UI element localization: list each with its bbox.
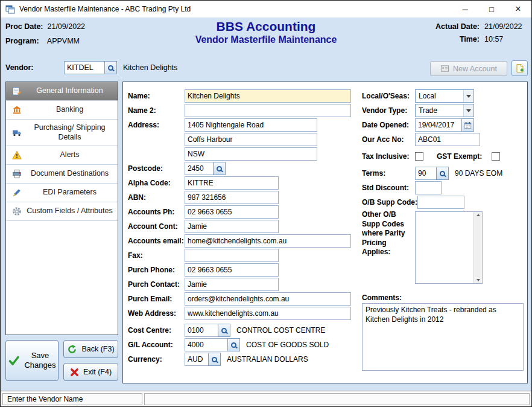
status-text: Enter the Vendor Name (7, 395, 83, 403)
sidebar: General Information Banking Purchasing/ … (5, 82, 118, 335)
local-oseas-select[interactable]: Local (415, 89, 474, 103)
terms-row: Terms: 90 DAYS EOM (362, 167, 502, 180)
app-window: Vendor Masterfile Maintenance - ABC Trad… (0, 0, 532, 407)
std-discount-input[interactable] (415, 181, 442, 194)
purch-contact-input[interactable] (185, 278, 279, 291)
search-icon (217, 166, 222, 171)
close-button[interactable]: × (505, 1, 531, 18)
scroll-up-icon[interactable] (477, 214, 480, 216)
sidebar-item-general-information[interactable]: General Information (6, 82, 118, 101)
program-row: Program: APPVMM (5, 37, 80, 45)
cost-centre-description: CONTROL COST CENTRE (236, 326, 325, 335)
new-record-button[interactable] (511, 60, 528, 76)
new-account-button[interactable]: New Account (430, 61, 507, 76)
header-right: Actual Date: 21/09/2022 Time: 10:57 (435, 22, 527, 43)
vendor-label: Vendor: (5, 63, 34, 72)
gl-account-input[interactable] (185, 338, 228, 351)
terms-lookup-button[interactable] (436, 167, 449, 180)
actual-date-value: 21/09/2022 (484, 22, 527, 31)
program-label: Program: (5, 37, 45, 45)
address3-row (128, 147, 317, 161)
proc-date-value: 21/09/2022 (47, 22, 85, 31)
web-address-row: Web Address: (128, 307, 351, 320)
gst-exempt-checkbox[interactable] (492, 152, 500, 161)
postcode-lookup-button[interactable] (213, 162, 226, 175)
sidebar-item-alerts[interactable]: Alerts (6, 146, 118, 165)
time-value: 10:57 (484, 35, 527, 43)
our-acc-no-input[interactable] (415, 133, 480, 146)
currency-lookup-button[interactable] (208, 353, 221, 366)
back-button[interactable]: Back (F3) (63, 340, 118, 358)
gl-account-lookup-button[interactable] (227, 338, 240, 351)
name2-input[interactable] (185, 104, 351, 117)
address-line3-input[interactable] (185, 147, 317, 161)
sidebar-item-label: Custom Fields / Attributes (24, 207, 115, 216)
ob-supp-code-row: O/B Supp Code: (362, 196, 464, 209)
program-value: APPVMM (47, 37, 80, 45)
accounts-email-row: Accounts email: (128, 234, 351, 248)
address-line2-input[interactable] (185, 133, 317, 146)
sidebar-item-label: General Information (24, 86, 115, 96)
sidebar-item-purchasing-shipping[interactable]: Purchasing/ Shipping Details (6, 120, 118, 146)
postcode-input[interactable] (185, 162, 214, 175)
address2-row (128, 133, 317, 146)
alpha-code-input[interactable] (185, 176, 279, 190)
sidebar-item-banking[interactable]: Banking (6, 101, 118, 120)
name2-row: Name 2: (128, 104, 351, 117)
cost-centre-lookup-button[interactable] (218, 324, 230, 337)
accounts-email-label: Accounts email: (128, 237, 185, 245)
vendor-code-input[interactable] (64, 61, 105, 74)
abn-label: ABN: (128, 193, 185, 202)
purch-email-row: Purch Email: (128, 292, 351, 306)
sidebar-item-edi-parameters[interactable]: EDI Parameters (6, 184, 118, 202)
fax-input[interactable] (185, 249, 279, 262)
exit-x-icon (70, 368, 79, 377)
accounts-ph-row: Accounts Ph: (128, 205, 279, 219)
time-label: Time: (435, 35, 480, 43)
vendor-type-row: Vendor Type: Trade (362, 104, 474, 117)
tax-inclusive-checkbox[interactable] (415, 152, 423, 161)
cost-centre-label: Cost Centre: (128, 326, 185, 335)
minimize-button[interactable]: ─ (452, 1, 478, 18)
status-message-cell: Enter the Vendor Name (2, 393, 142, 405)
cost-centre-input[interactable] (185, 324, 218, 337)
vendor-lookup-button[interactable] (104, 61, 117, 74)
terms-input[interactable] (415, 167, 437, 180)
back-button-label: Back (F3) (81, 345, 114, 353)
alpha-code-row: Alpha Code: (128, 176, 279, 190)
sidebar-item-document-destinations[interactable]: Document Destinations (6, 165, 118, 184)
sidebar-item-custom-fields[interactable]: Custom Fields / Attributes (6, 202, 118, 221)
purch-phone-input[interactable] (185, 263, 279, 277)
abn-input[interactable] (185, 191, 279, 204)
save-changes-button[interactable]: Save Changes (5, 340, 59, 381)
date-opened-input[interactable] (415, 118, 462, 132)
other-ob-supp-label: Other O/B Supp Codes where Parity Pricin… (362, 210, 415, 257)
name-input[interactable] (185, 89, 351, 103)
vendor-type-select[interactable]: Trade (415, 104, 474, 117)
maximize-button[interactable]: □ (478, 1, 505, 18)
general-information-icon (10, 86, 24, 96)
back-arrow-icon (67, 344, 77, 354)
account-cont-input[interactable] (185, 220, 279, 233)
alpha-code-label: Alpha Code: (128, 179, 185, 187)
scroll-down-icon[interactable] (477, 279, 480, 281)
comments-textarea[interactable]: Previously Kitchen Treats - rebranded as… (362, 303, 524, 371)
comments-label: Comments: (362, 293, 402, 302)
accounts-email-input[interactable] (185, 234, 351, 248)
date-picker-button[interactable] (461, 118, 474, 132)
terms-label: Terms: (362, 169, 415, 178)
status-bar: Enter the Vendor Name (1, 391, 531, 406)
currency-input[interactable] (185, 353, 209, 366)
purch-email-input[interactable] (185, 292, 351, 306)
cost-centre-row: Cost Centre: CONTROL COST CENTRE (128, 324, 325, 337)
other-ob-supp-listbox[interactable] (415, 211, 483, 284)
sidebar-item-label: Purchasing/ Shipping Details (24, 123, 115, 142)
accounts-ph-input[interactable] (185, 205, 279, 219)
web-address-input[interactable] (185, 307, 351, 320)
listbox-scrollbar[interactable] (473, 212, 482, 283)
exit-button[interactable]: Exit (F4) (63, 363, 118, 381)
address-line1-input[interactable] (185, 118, 317, 132)
tax-gst-row: Tax Inclusive: GST Exempt: (362, 150, 500, 163)
our-acc-no-row: Our Acc No: (362, 133, 480, 146)
ob-supp-code-input[interactable] (417, 196, 464, 209)
